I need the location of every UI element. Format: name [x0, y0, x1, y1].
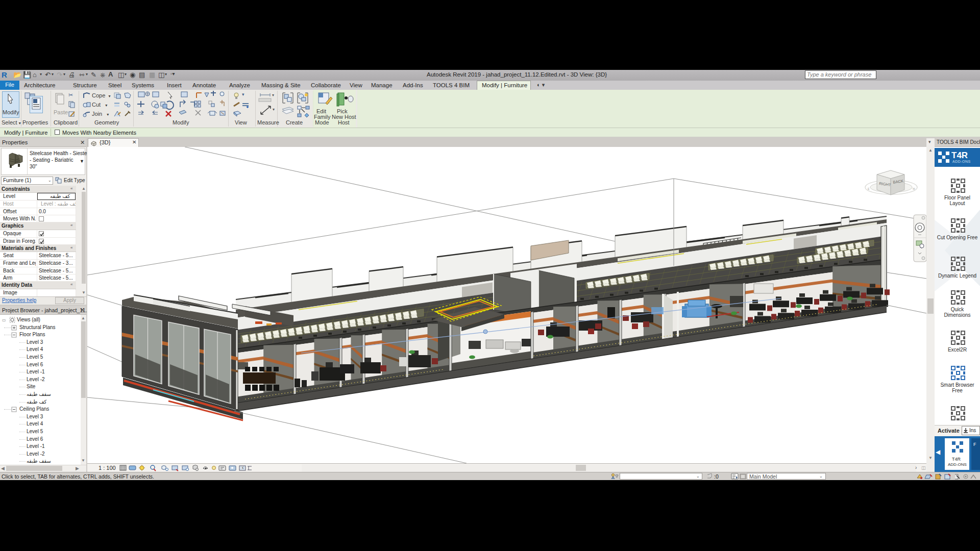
svg-text:W: W [913, 187, 915, 190]
svg-text:E: E [868, 187, 870, 190]
